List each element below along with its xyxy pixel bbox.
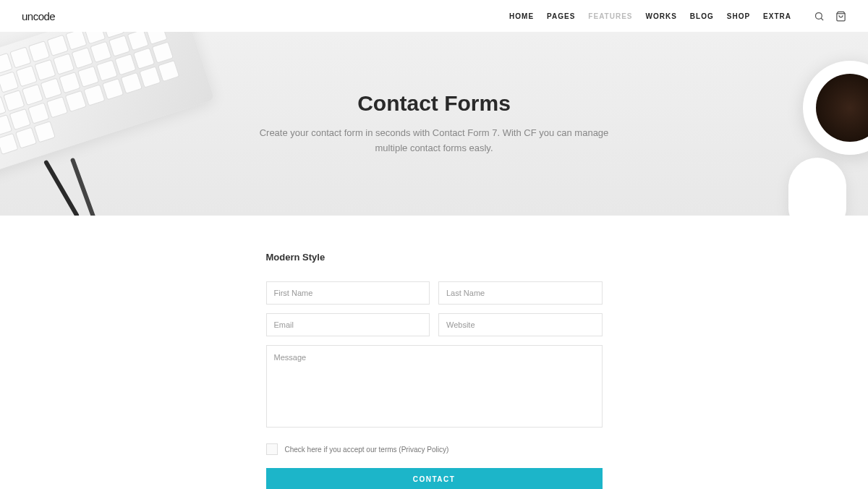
nav-item-extra[interactable]: EXTRA [763, 12, 791, 20]
form-section-title: Modern Style [266, 252, 603, 263]
header-icons [813, 10, 846, 22]
terms-checkbox[interactable] [266, 443, 278, 455]
terms-label: Check here if you accept our terms (Priv… [285, 446, 449, 454]
nav-item-features[interactable]: FEATURES [588, 12, 632, 20]
search-icon[interactable] [813, 10, 825, 22]
nav-item-works[interactable]: WORKS [646, 12, 677, 20]
pen-decor [29, 165, 116, 216]
nav-right: HOME PAGES FEATURES WORKS BLOG SHOP EXTR… [509, 10, 846, 22]
nav-item-home[interactable]: HOME [509, 12, 534, 20]
nav-item-pages[interactable]: PAGES [547, 12, 575, 20]
hero-section: Contact Forms Create your contact form i… [0, 32, 868, 216]
nav-menu: HOME PAGES FEATURES WORKS BLOG SHOP EXTR… [509, 12, 791, 20]
nav-item-blog[interactable]: BLOG [690, 12, 714, 20]
terms-row: Check here if you accept our terms (Priv… [266, 443, 603, 455]
logo[interactable]: uncode [22, 10, 55, 22]
site-header: uncode HOME PAGES FEATURES WORKS BLOG SH… [0, 0, 868, 32]
svg-line-1 [821, 18, 823, 20]
cart-icon[interactable] [835, 10, 846, 22]
nav-item-shop[interactable]: SHOP [727, 12, 750, 20]
svg-point-0 [815, 12, 822, 19]
website-input[interactable] [438, 313, 603, 336]
page-title: Contact Forms [357, 91, 511, 116]
email-input[interactable] [266, 313, 430, 336]
page-subtitle: Create your contact form in seconds with… [246, 126, 622, 156]
mouse-decor [788, 158, 846, 216]
form-section: Modern Style Check here if you accept ou… [266, 216, 603, 489]
last-name-input[interactable] [438, 281, 603, 305]
message-textarea[interactable] [266, 345, 603, 428]
submit-button[interactable]: CONTACT [266, 468, 603, 489]
keyboard-decor [0, 32, 214, 176]
form-row-contact [266, 313, 603, 336]
form-row-name [266, 281, 603, 305]
first-name-input[interactable] [266, 281, 430, 305]
coffee-cup-decor [803, 61, 868, 155]
